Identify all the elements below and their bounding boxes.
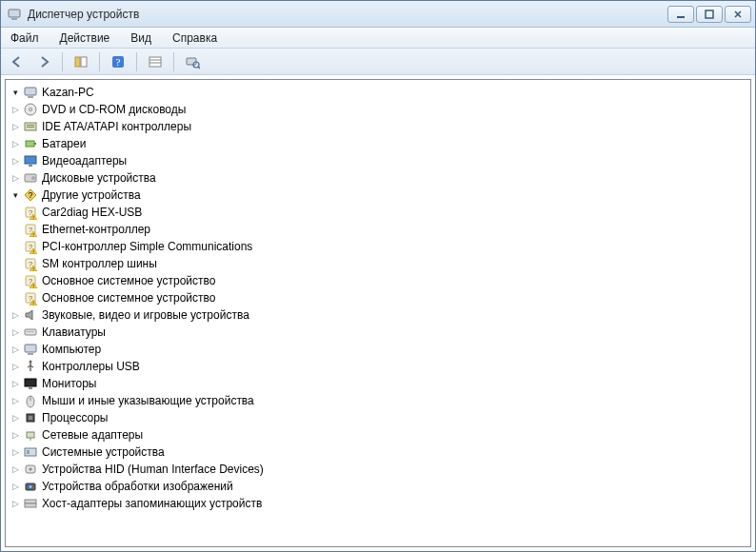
svg-rect-69: [25, 500, 36, 503]
tree-category[interactable]: ▷Хост-адаптеры запоминающих устройств: [8, 495, 748, 512]
tree-category[interactable]: ▷Видеоадаптеры: [8, 152, 748, 169]
properties-button[interactable]: [145, 51, 166, 72]
tree-toggle[interactable]: ▷: [10, 395, 21, 406]
tree-toggle[interactable]: ▷: [10, 498, 21, 509]
close-button[interactable]: [725, 6, 751, 23]
svg-rect-47: [27, 331, 28, 332]
tree-category[interactable]: ▷Дисковые устройства: [8, 169, 748, 187]
unknown-device-icon: ?!: [23, 256, 38, 271]
ide-icon: [23, 119, 38, 134]
tree-category[interactable]: ▷Звуковые, видео и игровые устройства: [8, 306, 748, 324]
tree-category-label: Мыши и иные указывающие устройства: [42, 394, 254, 407]
tree-device[interactable]: ▷?!Ethernet-контроллер: [8, 221, 748, 238]
tree-device[interactable]: ▷?!Основное системное устройство: [8, 272, 748, 289]
network-icon: [23, 427, 38, 443]
tree-toggle[interactable]: ▷: [10, 412, 21, 424]
tree-category[interactable]: ▷Сетевые адаптеры: [8, 426, 748, 444]
tree-toggle[interactable]: ▷: [10, 429, 21, 441]
tree-category[interactable]: ▷Устройства обработки изображений: [8, 478, 748, 495]
tree-toggle[interactable]: ▾: [10, 87, 21, 98]
tree-category[interactable]: ▷IDE ATA/ATAPI контроллеры: [8, 118, 748, 135]
minimize-button[interactable]: [667, 6, 694, 23]
battery-icon: [23, 136, 38, 151]
tree-root-node[interactable]: ▾Kazan-PC: [8, 84, 748, 101]
svg-rect-8: [149, 57, 161, 67]
tree-toggle[interactable]: ▾: [10, 189, 21, 201]
tree-category[interactable]: ▷Контроллеры USB: [8, 358, 748, 375]
imaging-icon: [23, 479, 38, 494]
tree-category[interactable]: ▷DVD и CD-ROM дисководы: [8, 101, 748, 118]
tree-category[interactable]: ▷Системные устройства: [8, 444, 748, 461]
tree-device[interactable]: ▷?!SM контроллер шины: [8, 255, 748, 272]
tree-toggle[interactable]: ▷: [10, 155, 21, 167]
cpu-icon: [23, 410, 38, 425]
device-tree[interactable]: ▾Kazan-PC▷DVD и CD-ROM дисководы▷IDE ATA…: [5, 79, 751, 547]
tree-device[interactable]: ▷?!PCI-контроллер Simple Communications: [8, 238, 748, 255]
tree-toggle[interactable]: ▷: [10, 463, 21, 475]
tree-category-label: Системные устройства: [42, 445, 165, 459]
svg-rect-23: [25, 156, 36, 164]
system-icon: [23, 444, 38, 460]
svg-rect-61: [27, 432, 34, 438]
tree-category-label: Устройства обработки изображений: [42, 480, 233, 493]
svg-text:?: ?: [28, 190, 32, 200]
tree-toggle[interactable]: ▷: [10, 121, 21, 132]
tree-category[interactable]: ▾?Другие устройства: [8, 187, 748, 204]
keyboard-icon: [23, 325, 38, 340]
tree-category-label: Компьютер: [42, 343, 101, 356]
tree-toggle[interactable]: ▷: [10, 446, 21, 458]
tree-category[interactable]: ▷Клавиатуры: [8, 324, 748, 341]
show-hide-tree-button[interactable]: [70, 51, 91, 72]
svg-rect-51: [25, 345, 36, 352]
svg-rect-64: [27, 450, 30, 454]
unknown-device-icon: ?!: [23, 239, 38, 254]
tree-category-label: Батареи: [42, 137, 86, 150]
tree-category[interactable]: ▷Батареи: [8, 135, 748, 152]
svg-point-17: [30, 108, 32, 111]
device-manager-window: Диспетчер устройств Файл Действие Вид Сп…: [0, 0, 756, 552]
tree-category[interactable]: ▷Устройства HID (Human Interface Devices…: [8, 461, 748, 478]
tree-category[interactable]: ▷Процессоры: [8, 409, 748, 426]
tree-toggle[interactable]: ▷: [10, 138, 21, 149]
hid-icon: [23, 462, 38, 477]
svg-rect-15: [28, 96, 33, 98]
tree-device[interactable]: ▷?!Основное системное устройство: [8, 289, 748, 306]
menu-action[interactable]: Действие: [56, 30, 114, 47]
tree-toggle[interactable]: ▷: [10, 326, 21, 338]
scan-hardware-button[interactable]: [182, 51, 203, 72]
tree-device-label: Основное системное устройство: [42, 274, 215, 287]
svg-rect-56: [29, 387, 32, 389]
svg-rect-48: [29, 331, 30, 332]
menu-view[interactable]: Вид: [127, 30, 155, 47]
back-button[interactable]: [7, 51, 28, 72]
maximize-button[interactable]: [696, 6, 723, 23]
tree-category-label: Другие устройства: [42, 188, 141, 202]
forward-button[interactable]: [33, 51, 54, 72]
tree-category[interactable]: ▷Мониторы: [8, 375, 748, 392]
tree-toggle[interactable]: ▷: [10, 104, 21, 115]
computer-icon: [23, 85, 38, 100]
tree-toggle[interactable]: ▷: [10, 309, 21, 321]
tree-device-label: PCI-контроллер Simple Communications: [42, 240, 252, 253]
toolbar-separator: [62, 52, 63, 71]
tree-device[interactable]: ▷?!Car2diag HEX-USB: [8, 204, 748, 221]
tree-category-label: Хост-адаптеры запоминающих устройств: [42, 497, 262, 510]
menu-help[interactable]: Справка: [169, 30, 221, 47]
tree-category-label: Звуковые, видео и игровые устройства: [42, 308, 249, 322]
svg-point-66: [30, 468, 32, 471]
svg-rect-70: [25, 503, 36, 507]
other-icon: ?: [23, 187, 38, 203]
tree-toggle[interactable]: ▷: [10, 481, 21, 492]
tree-category[interactable]: ▷Компьютер: [8, 341, 748, 358]
tree-device-label: Основное системное устройство: [42, 291, 215, 305]
tree-toggle[interactable]: ▷: [10, 361, 21, 372]
svg-rect-24: [29, 165, 32, 167]
help-button[interactable]: ?: [108, 51, 129, 72]
tree-category[interactable]: ▷Мыши и иные указывающие устройства: [8, 392, 748, 409]
menu-file[interactable]: Файл: [7, 30, 43, 47]
tree-toggle[interactable]: ▷: [10, 172, 21, 184]
tree-toggle[interactable]: ▷: [10, 344, 21, 355]
unknown-device-icon: ?!: [23, 273, 38, 288]
svg-rect-60: [29, 416, 32, 420]
tree-toggle[interactable]: ▷: [10, 378, 21, 389]
